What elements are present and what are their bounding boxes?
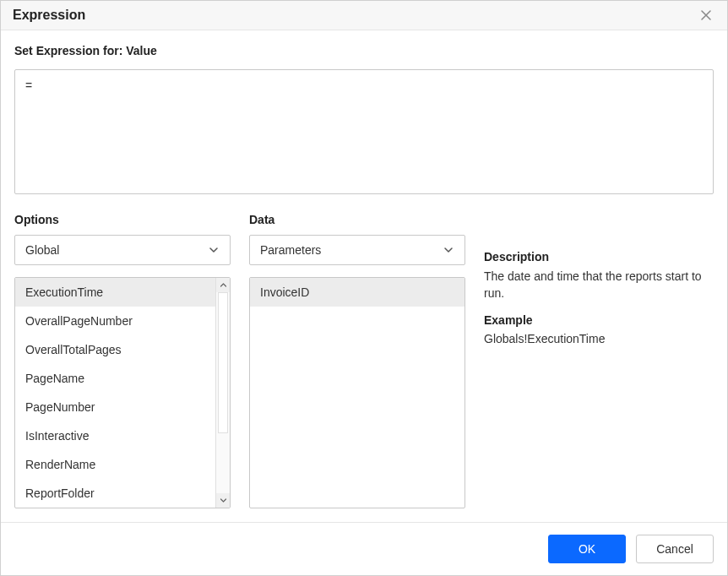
chevron-down-icon [443, 244, 454, 256]
chevron-down-icon [220, 497, 227, 504]
example-title: Example [484, 313, 714, 327]
options-label: Options [14, 213, 231, 226]
titlebar: Expression [1, 1, 727, 30]
list-item-label: RenderName [25, 458, 95, 471]
example-text: Globals!ExecutionTime [484, 332, 714, 345]
scroll-up-button[interactable] [216, 278, 230, 292]
scroll-thumb[interactable] [218, 292, 228, 433]
options-column: Options Global ExecutionTime OverallPage… [14, 213, 231, 508]
description-column: Description The date and time that the r… [484, 213, 714, 508]
list-item-label: ExecutionTime [25, 285, 103, 299]
options-listbox-items: ExecutionTime OverallPageNumber OverallT… [15, 278, 215, 508]
list-item-label: OverallPageNumber [25, 314, 133, 328]
list-item[interactable]: OverallTotalPages [15, 335, 215, 364]
data-listbox: InvoiceID [249, 277, 465, 508]
cancel-button[interactable]: Cancel [636, 535, 714, 563]
list-item[interactable]: RenderName [15, 450, 215, 479]
data-label: Data [249, 213, 465, 226]
list-item[interactable]: IsInteractive [15, 421, 215, 450]
expression-input[interactable] [14, 69, 714, 194]
dialog-title: Expression [13, 8, 85, 23]
list-item[interactable]: ReportFolder [15, 479, 215, 508]
list-item-label: PageName [25, 372, 84, 385]
description-text: The date and time that the reports start… [484, 269, 714, 302]
close-icon [701, 10, 711, 20]
list-item[interactable]: ExecutionTime [15, 278, 215, 307]
close-button[interactable] [697, 6, 715, 24]
list-item[interactable]: OverallPageNumber [15, 307, 215, 335]
list-item-label: PageNumber [25, 400, 95, 414]
scroll-track[interactable] [216, 292, 230, 493]
list-item-label: ReportFolder [25, 486, 95, 500]
data-column: Data Parameters InvoiceID [249, 213, 465, 508]
data-select-value: Parameters [260, 243, 443, 257]
list-item-label: InvoiceID [260, 285, 309, 299]
columns: Options Global ExecutionTime OverallPage… [14, 213, 714, 508]
expression-dialog: Expression Set Expression for: Value Opt… [0, 0, 728, 576]
ok-button[interactable]: OK [548, 535, 626, 563]
chevron-down-icon [208, 244, 220, 256]
options-select[interactable]: Global [14, 235, 231, 265]
chevron-up-icon [220, 281, 227, 289]
list-item-label: OverallTotalPages [25, 343, 122, 356]
list-item[interactable]: PageName [15, 364, 215, 393]
data-listbox-items: InvoiceID [250, 278, 465, 508]
options-scrollbar[interactable] [215, 278, 230, 508]
data-select[interactable]: Parameters [249, 235, 465, 265]
list-item[interactable]: PageNumber [15, 393, 215, 421]
dialog-content: Set Expression for: Value Options Global… [1, 30, 727, 522]
set-expression-label: Set Expression for: Value [14, 44, 714, 57]
list-item[interactable]: InvoiceID [250, 278, 465, 307]
description-title: Description [484, 250, 714, 264]
scroll-down-button[interactable] [216, 493, 230, 508]
dialog-footer: OK Cancel [1, 522, 727, 575]
options-listbox: ExecutionTime OverallPageNumber OverallT… [14, 277, 231, 508]
options-select-value: Global [25, 243, 208, 257]
list-item-label: IsInteractive [25, 429, 89, 443]
